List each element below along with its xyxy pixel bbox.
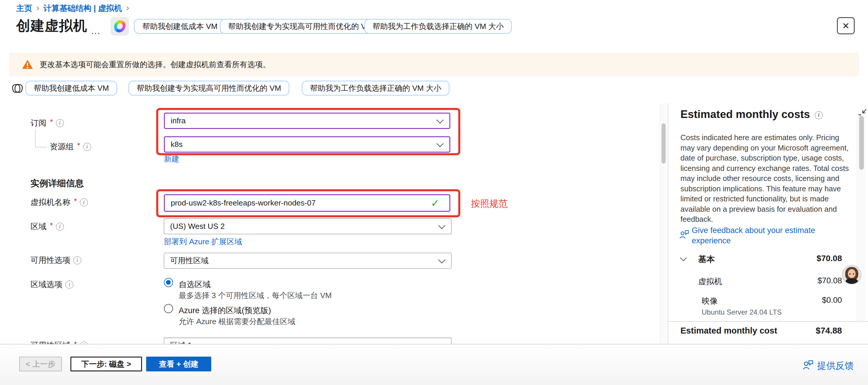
- subscription-value: infra: [171, 116, 437, 125]
- basic-group-label[interactable]: 基本: [698, 254, 715, 265]
- info-icon[interactable]: i: [56, 119, 64, 127]
- label-text: 虚拟机名称: [30, 197, 70, 207]
- radio-self-selected-zones-desc: 最多选择 3 个可用性区域，每个区域一台 VM: [179, 290, 332, 301]
- chevron-down-icon: [438, 222, 445, 229]
- vm-name-input[interactable]: prod-usw2-k8s-freeleaps-worker-nodes-07 …: [164, 194, 450, 212]
- main-scrollbar-thumb[interactable]: [661, 123, 665, 163]
- subscription-label: 订阅* i: [30, 118, 64, 128]
- resource-group-dropdown[interactable]: k8s: [164, 136, 450, 153]
- valid-check-icon: ✓: [431, 197, 440, 209]
- info-icon[interactable]: i: [83, 143, 91, 151]
- feedback-person-icon[interactable]: [802, 359, 814, 371]
- radio-azure-selected-zones[interactable]: [164, 304, 173, 313]
- avatar-face: [848, 269, 856, 278]
- suggestion-low-cost-vm[interactable]: 帮助我创建低成本 VM: [134, 19, 226, 34]
- suggestion-high-availability-vm-2[interactable]: 帮助我创建专为实现高可用性而优化的 VM: [128, 81, 289, 96]
- suggestion-right-vm-size[interactable]: 帮助我为工作负载选择正确的 VM 大小: [364, 19, 512, 34]
- image-cost-value: $0.00: [783, 296, 842, 305]
- copilot-icon: [113, 19, 126, 34]
- suggestion-right-vm-size-2[interactable]: 帮助我为工作负载选择正确的 VM 大小: [302, 81, 450, 96]
- required-marker: *: [74, 197, 77, 205]
- cost-panel-title: Estimated monthly costs i: [680, 108, 823, 121]
- estimate-feedback-link[interactable]: Give feedback about your estimate experi…: [692, 225, 848, 246]
- region-dropdown[interactable]: (US) West US 2: [164, 219, 452, 234]
- main-scrollbar-track[interactable]: [660, 103, 667, 344]
- cost-panel-title-text: Estimated monthly costs: [680, 108, 810, 121]
- warning-icon: [22, 59, 33, 69]
- panel-scrollbar-thumb[interactable]: [859, 116, 864, 170]
- info-icon[interactable]: i: [56, 223, 64, 231]
- availability-options-label: 可用性选项 i: [30, 255, 81, 265]
- required-marker: *: [77, 141, 80, 150]
- instance-details-heading: 实例详细信息: [30, 178, 84, 190]
- page-title: 创建虚拟机: [16, 17, 87, 35]
- radio-azure-selected-zones-label[interactable]: Azure 选择的区域(预览版): [179, 305, 271, 316]
- breadcrumb-section-link[interactable]: 计算基础结构 | 虚拟机: [43, 3, 122, 13]
- chevron-down-icon: [436, 140, 443, 147]
- suggestion-low-cost-vm-2[interactable]: 帮助我创建低成本 VM: [26, 81, 117, 96]
- basic-group-value: $70.08: [783, 254, 842, 263]
- review-create-button[interactable]: 查看 + 创建: [146, 357, 211, 372]
- vm-name-value: prod-usw2-k8s-freeleaps-worker-nodes-07: [171, 198, 431, 207]
- radio-self-selected-zones-label[interactable]: 自选区域: [179, 279, 211, 290]
- user-avatar[interactable]: [842, 265, 862, 285]
- annotation-note: 按照规范: [471, 197, 508, 210]
- vm-name-label: 虚拟机名称* i: [30, 197, 88, 207]
- image-name: Ubuntu Server 24.04 LTS: [702, 308, 782, 316]
- warning-banner: 更改基本选项可能会重置所做的选择。创建虚拟机前查看所有选项。: [9, 53, 859, 76]
- availability-options-dropdown[interactable]: 可用性区域: [164, 253, 452, 268]
- region-label: 区域* i: [30, 221, 64, 232]
- field-connector-line: [35, 130, 47, 147]
- region-value: (US) West US 2: [170, 222, 438, 231]
- next-disks-button[interactable]: 下一步: 磁盘 >: [70, 357, 142, 372]
- subscription-dropdown[interactable]: infra: [164, 113, 450, 129]
- label-text: 区域: [30, 221, 46, 232]
- availability-options-value: 可用性区域: [170, 255, 438, 266]
- vm-cost-value: $70.08: [783, 276, 842, 285]
- label-text: 资源组: [50, 141, 74, 152]
- panel-divider: [668, 103, 668, 344]
- info-glyph: i: [83, 199, 85, 205]
- avatar-eye: [853, 273, 854, 275]
- close-button[interactable]: ✕: [837, 17, 855, 34]
- info-icon[interactable]: i: [73, 256, 81, 264]
- info-glyph: i: [86, 144, 88, 150]
- copilot-button[interactable]: [111, 17, 129, 35]
- radio-self-selected-zones[interactable]: [164, 278, 173, 287]
- info-icon[interactable]: i: [80, 198, 88, 206]
- zone-options-label: 区域选项 i: [30, 279, 73, 290]
- breadcrumb-home-link[interactable]: 主页: [16, 3, 32, 13]
- suggestion-high-availability-vm[interactable]: 帮助我创建专为实现高可用性而优化的 VM: [220, 19, 381, 34]
- info-glyph: i: [69, 282, 70, 288]
- cost-disclaimer: Costs indicated here are estimates only.…: [680, 132, 852, 224]
- required-marker: *: [50, 118, 53, 126]
- total-cost-value: $74.88: [783, 326, 842, 335]
- copilot-outline-icon[interactable]: [11, 82, 24, 95]
- info-glyph: i: [59, 224, 61, 230]
- image-cost-label: 映像: [702, 296, 718, 306]
- info-icon[interactable]: i: [815, 111, 823, 119]
- more-options-button[interactable]: …: [91, 25, 101, 36]
- breadcrumb-chevron-icon: ›: [126, 3, 129, 12]
- label-text: 订阅: [30, 118, 46, 128]
- feedback-icon: [679, 229, 689, 239]
- resource-group-value: k8s: [171, 140, 437, 149]
- create-new-resource-group-link[interactable]: 新建: [164, 154, 179, 164]
- deploy-extended-zone-link[interactable]: 部署到 Azure 扩展区域: [164, 236, 242, 247]
- avatar-eye: [849, 273, 850, 275]
- info-icon[interactable]: i: [65, 281, 73, 289]
- breadcrumb-chevron-icon: ›: [36, 3, 39, 12]
- basic-group-chevron-icon[interactable]: [680, 255, 687, 261]
- radio-azure-selected-zones-desc: 允许 Azure 根据需要分配最佳区域: [179, 316, 295, 327]
- warning-text: 更改基本选项可能会重置所做的选择。创建虚拟机前查看所有选项。: [40, 59, 270, 70]
- vm-cost-label: 虚拟机: [698, 276, 722, 287]
- breadcrumb: 主页 › 计算基础结构 | 虚拟机 ›: [16, 3, 129, 13]
- info-glyph: i: [76, 257, 78, 263]
- previous-button[interactable]: < 上一步: [19, 357, 62, 372]
- chevron-down-icon: [438, 256, 445, 263]
- required-marker: *: [50, 221, 53, 230]
- total-divider: [668, 321, 868, 322]
- provide-feedback-link[interactable]: 提供反馈: [817, 360, 854, 372]
- panel-scrollbar-track[interactable]: [857, 115, 866, 321]
- create-vm-page: 主页 › 计算基础结构 | 虚拟机 › 创建虚拟机 … 帮助我创建低成本 VM …: [0, 0, 868, 385]
